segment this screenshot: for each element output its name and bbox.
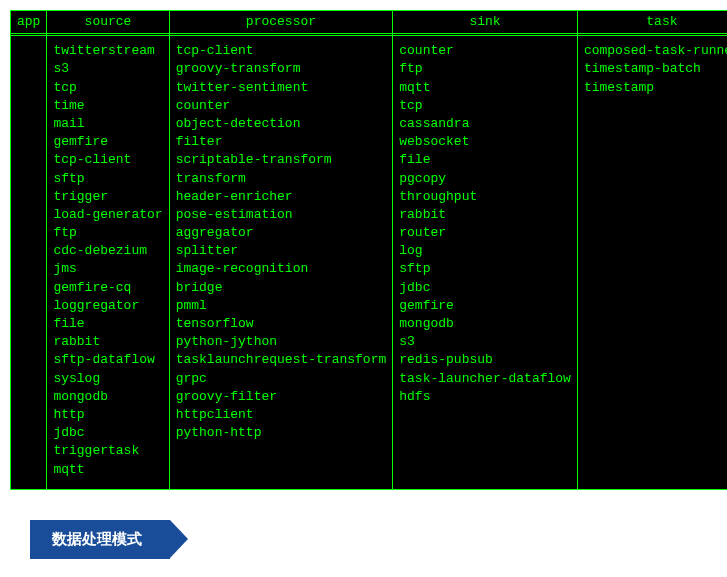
list-item: splitter [176,242,387,260]
list-item: sftp-dataflow [53,351,162,369]
list-item: aggregator [176,224,387,242]
list-item: ftp [399,60,571,78]
list-item: grpc [176,370,387,388]
list-item: http [53,406,162,424]
list-item: jdbc [399,279,571,297]
list-item: jdbc [53,424,162,442]
list-item: groovy-transform [176,60,387,78]
list-item: transform [176,170,387,188]
list-item: image-recognition [176,260,387,278]
list-item: router [399,224,571,242]
list-item: loggregator [53,297,162,315]
list-item: time [53,97,162,115]
list-item: pmml [176,297,387,315]
list-item: sftp [53,170,162,188]
column-header-app: app [11,11,46,36]
list-item: triggertask [53,442,162,460]
column-body-task: composed-task-runnertimestamp-batchtimes… [577,36,727,107]
list-item: counter [399,42,571,60]
list-item: s3 [399,333,571,351]
list-item: rabbit [399,206,571,224]
list-item: timestamp-batch [584,60,727,78]
list-item: tensorflow [176,315,387,333]
list-item: bridge [176,279,387,297]
list-item: tcp [53,79,162,97]
list-item: scriptable-transform [176,151,387,169]
list-item: twitter-sentiment [176,79,387,97]
list-item: mqtt [399,79,571,97]
list-item: trigger [53,188,162,206]
list-item: load-generator [53,206,162,224]
list-item: hdfs [399,388,571,406]
list-item: python-jython [176,333,387,351]
list-item: mongodb [399,315,571,333]
list-item: pgcopy [399,170,571,188]
list-item: file [399,151,571,169]
list-item: ftp [53,224,162,242]
list-item: tcp [399,97,571,115]
section-heading-text: 数据处理模式 [52,530,142,547]
list-item: filter [176,133,387,151]
column-body-source: twitterstreams3tcptimemailgemfiretcp-cli… [46,36,168,489]
column-header-processor: processor [170,11,393,36]
list-item: gemfire-cq [53,279,162,297]
list-item: jms [53,260,162,278]
list-item: gemfire [399,297,571,315]
app-list-table: appsourcetwitterstreams3tcptimemailgemfi… [10,10,727,490]
column-body-sink: counterftpmqtttcpcassandrawebsocketfilep… [392,36,577,416]
list-item: mqtt [53,461,162,479]
list-item: mongodb [53,388,162,406]
list-item: httpclient [176,406,387,424]
column-task: taskcomposed-task-runnertimestamp-batcht… [578,11,727,489]
list-item: timestamp [584,79,727,97]
list-item: syslog [53,370,162,388]
list-item: python-http [176,424,387,442]
list-item: file [53,315,162,333]
column-app: app [11,11,47,489]
column-sink: sinkcounterftpmqtttcpcassandrawebsocketf… [393,11,578,489]
list-item: task-launcher-dataflow [399,370,571,388]
list-item: cassandra [399,115,571,133]
column-header-sink: sink [393,11,577,36]
column-body-app [10,36,46,52]
list-item: redis-pubsub [399,351,571,369]
list-item: twitterstream [53,42,162,60]
list-item: groovy-filter [176,388,387,406]
list-item: counter [176,97,387,115]
column-source: sourcetwitterstreams3tcptimemailgemfiret… [47,11,169,489]
list-item: header-enricher [176,188,387,206]
list-item: mail [53,115,162,133]
list-item: throughput [399,188,571,206]
list-item: object-detection [176,115,387,133]
list-item: tcp-client [176,42,387,60]
list-item: pose-estimation [176,206,387,224]
list-item: sftp [399,260,571,278]
list-item: log [399,242,571,260]
list-item: rabbit [53,333,162,351]
section-heading-banner: 数据处理模式 [30,520,170,559]
list-item: s3 [53,60,162,78]
list-item: composed-task-runner [584,42,727,60]
column-body-processor: tcp-clientgroovy-transformtwitter-sentim… [169,36,393,452]
list-item: tasklaunchrequest-transform [176,351,387,369]
list-item: websocket [399,133,571,151]
list-item: cdc-debezium [53,242,162,260]
list-item: tcp-client [53,151,162,169]
list-item: gemfire [53,133,162,151]
column-header-source: source [47,11,168,36]
column-processor: processortcp-clientgroovy-transformtwitt… [170,11,394,489]
column-header-task: task [578,11,727,36]
